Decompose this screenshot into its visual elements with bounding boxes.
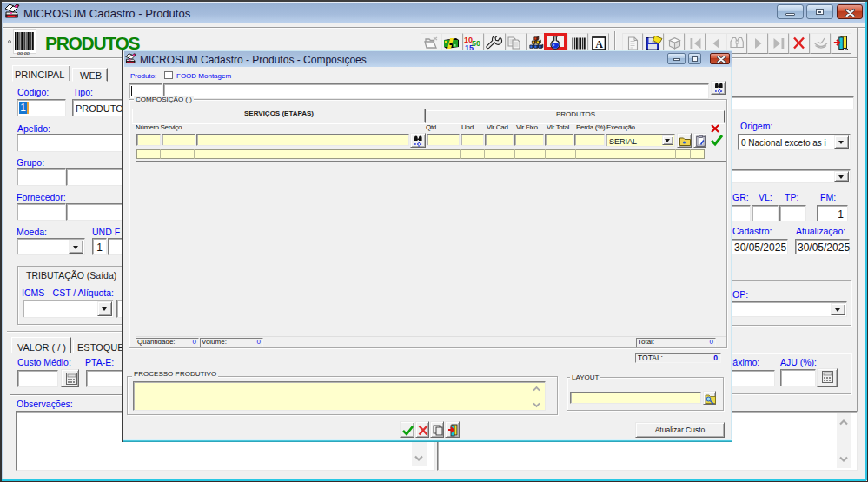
svg-text:A: A — [595, 38, 603, 50]
svg-text:oo oo: oo oo — [17, 50, 30, 55]
